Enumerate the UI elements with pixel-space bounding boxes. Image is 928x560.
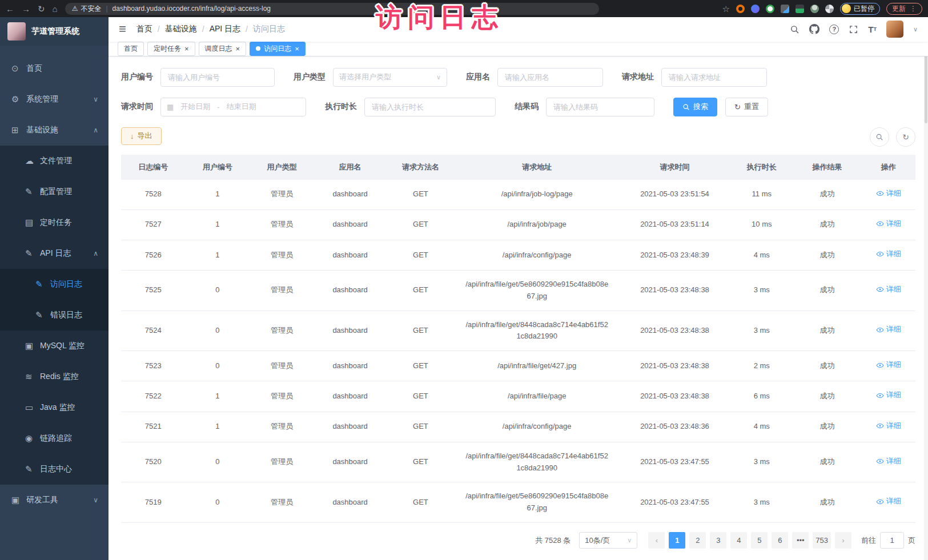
close-icon[interactable]: × xyxy=(236,45,240,53)
detail-link[interactable]: 详细 xyxy=(876,389,901,401)
page-size-select[interactable]: 10条/页 ∨ xyxy=(579,532,637,549)
sidebar-item-scheduled-task[interactable]: ▤定时任务 xyxy=(0,207,109,238)
sidebar-item-file-upload[interactable]: ☁文件管理 xyxy=(0,146,109,176)
goto-page-input[interactable] xyxy=(880,532,904,549)
url-text: /api/infra/file/get/8448cada8c714e4ab61f… xyxy=(465,450,609,474)
page-button-3[interactable]: 3 xyxy=(710,532,726,549)
next-page-button[interactable]: › xyxy=(835,532,851,549)
page-button-2[interactable]: 2 xyxy=(689,532,706,549)
security-chip[interactable]: ⚠ 不安全 xyxy=(72,4,102,14)
sidebar-item-home[interactable]: ⊙首页 xyxy=(0,53,109,84)
search-icon[interactable] xyxy=(790,25,800,34)
sidebar-item-mysql-monitor[interactable]: ▣MySQL 监控 xyxy=(0,331,109,361)
prev-page-button[interactable]: ‹ xyxy=(648,532,665,549)
refresh-table-button[interactable]: ↻ xyxy=(896,127,915,147)
url-cell: /api/infra/config/page xyxy=(455,412,618,442)
extension-icon[interactable] xyxy=(766,5,774,13)
breadcrumb-item[interactable]: 访问日志 xyxy=(253,24,285,34)
detail-link[interactable]: 详细 xyxy=(876,284,901,296)
method-cell: GET xyxy=(386,412,455,442)
address-bar[interactable]: ⚠ 不安全 | dashboard.yudao.iocoder.cn/infra… xyxy=(65,3,599,15)
sidebar-item-api-log[interactable]: ✎API 日志∧ xyxy=(0,238,109,269)
extension-icon[interactable] xyxy=(825,5,834,13)
detail-link[interactable]: 详细 xyxy=(876,359,901,371)
search-button[interactable]: 搜索 xyxy=(673,98,717,116)
paused-badge[interactable]: 已暂停 xyxy=(840,3,880,15)
log-id-cell: 7525 xyxy=(121,271,186,311)
result-code-input[interactable] xyxy=(546,98,654,116)
close-icon[interactable]: × xyxy=(184,45,189,53)
request-time-range-picker[interactable]: ▦ 开始日期 - 结束日期 xyxy=(160,98,306,116)
user-type-select[interactable]: 请选择用户类型 ∨ xyxy=(333,68,447,87)
sidebar-item-error-log[interactable]: ✎错误日志 xyxy=(0,300,109,331)
app-name-input[interactable] xyxy=(497,68,603,87)
font-size-icon[interactable]: TT xyxy=(868,25,877,34)
bookmark-star-icon[interactable]: ☆ xyxy=(722,5,730,13)
table-row: 75190管理员dashboardGET/api/infra/file/get/… xyxy=(121,482,915,523)
toggle-search-button[interactable] xyxy=(870,127,889,147)
sidebar-item-trace-eye[interactable]: ◉链路追踪 xyxy=(0,423,109,454)
close-icon[interactable]: × xyxy=(295,45,299,53)
extension-icon[interactable] xyxy=(796,5,804,13)
github-icon[interactable] xyxy=(809,24,819,34)
sidebar-item-gear[interactable]: ⚙系统管理∨ xyxy=(0,84,109,115)
tab-调度日志[interactable]: 调度日志× xyxy=(199,42,247,56)
detail-link[interactable]: 详细 xyxy=(876,188,901,200)
sidebar-item-access-log[interactable]: ✎访问日志 xyxy=(0,269,109,300)
fullscreen-icon[interactable] xyxy=(849,25,858,34)
tab-定时任务[interactable]: 定时任务× xyxy=(147,42,195,56)
sidebar-item-java-monitor[interactable]: ▭Java 监控 xyxy=(0,392,109,423)
user-id-cell: 1 xyxy=(186,180,250,210)
sidebar-item-infrastructure[interactable]: ⊞基础设施∧ xyxy=(0,115,109,146)
tab-首页[interactable]: 首页 xyxy=(118,42,144,56)
chevron-down-icon[interactable]: ∨ xyxy=(913,26,918,33)
duration-input[interactable] xyxy=(364,98,496,116)
detail-link[interactable]: 详细 xyxy=(876,456,901,468)
extension-icon[interactable] xyxy=(781,5,789,13)
sidebar-item-redis-monitor[interactable]: ≋Redis 监控 xyxy=(0,361,109,392)
page-button-6[interactable]: 6 xyxy=(772,532,788,549)
search-button-label: 搜索 xyxy=(693,102,708,112)
extension-icon[interactable] xyxy=(751,5,760,13)
export-button[interactable]: ↓ 导出 xyxy=(121,127,162,145)
breadcrumb-item[interactable]: API 日志 xyxy=(210,24,240,34)
detail-link[interactable]: 详细 xyxy=(876,420,901,432)
sidebar-item-log-center[interactable]: ✎日志中心 xyxy=(0,454,109,485)
user-avatar[interactable] xyxy=(886,21,903,38)
hamburger-icon[interactable]: ≡ xyxy=(119,22,126,37)
back-icon[interactable]: ← xyxy=(6,5,14,13)
forward-icon[interactable]: → xyxy=(22,5,30,13)
breadcrumb-item[interactable]: 首页 xyxy=(136,24,152,34)
home-icon[interactable]: ⌂ xyxy=(53,5,58,13)
request-url-input[interactable] xyxy=(661,68,767,87)
page-button-4[interactable]: 4 xyxy=(730,532,747,549)
user-id-input[interactable] xyxy=(160,68,275,87)
reset-button[interactable]: ↻ 重置 xyxy=(725,98,768,116)
breadcrumb-item[interactable]: 基础设施 xyxy=(165,24,197,34)
error-log-icon: ✎ xyxy=(35,310,50,320)
sidebar-item-dev-tools[interactable]: ▣研发工具∨ xyxy=(0,485,109,515)
update-button[interactable]: 更新 ⋮ xyxy=(886,3,922,15)
reload-icon[interactable]: ↻ xyxy=(38,5,45,13)
sidebar-item-config-edit[interactable]: ✎配置管理 xyxy=(0,176,109,207)
page-button-5[interactable]: 5 xyxy=(751,532,768,549)
page-button-1[interactable]: 1 xyxy=(669,532,685,549)
help-icon[interactable]: ? xyxy=(829,25,839,34)
navbar-actions: ? TT ∨ xyxy=(790,21,918,38)
tab-访问日志[interactable]: 访问日志× xyxy=(250,42,306,56)
result-cell: 成功 xyxy=(793,240,861,270)
sidebar-logo[interactable]: 芋道管理系统 xyxy=(0,17,109,46)
file-upload-icon: ☁ xyxy=(25,156,40,166)
extension-icon[interactable] xyxy=(810,5,819,13)
detail-link[interactable]: 详细 xyxy=(876,248,901,260)
scrollbar-track[interactable] xyxy=(924,17,928,560)
detail-link[interactable]: 详细 xyxy=(876,218,901,230)
sidebar-item-label: Redis 监控 xyxy=(40,372,79,382)
detail-link[interactable]: 详细 xyxy=(876,324,901,336)
extension-icon[interactable] xyxy=(736,5,745,13)
table-row: 75250管理员dashboardGET/api/infra/file/get/… xyxy=(121,271,915,311)
detail-link[interactable]: 详细 xyxy=(876,495,901,507)
browser-menu-icon[interactable]: ⋮ xyxy=(910,5,917,13)
page-button-753[interactable]: 753 xyxy=(813,532,831,549)
more-pages-button[interactable]: ••• xyxy=(792,532,809,549)
